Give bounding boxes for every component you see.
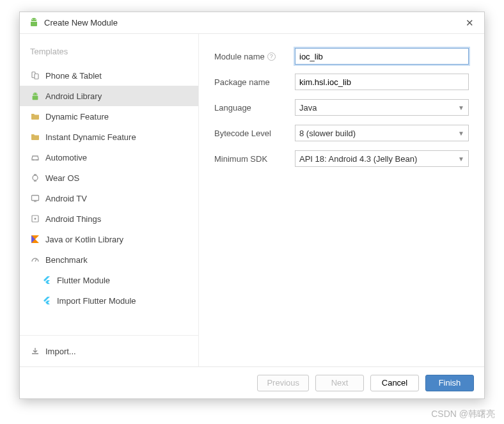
kotlin-icon: [30, 234, 40, 244]
template-item-label: Flutter Module: [57, 276, 110, 285]
flutter-icon: [42, 275, 52, 285]
bytecode-label: Bytecode Level: [214, 129, 295, 138]
flutter-icon: [42, 295, 52, 306]
module-name-label: Module name ?: [214, 52, 295, 61]
template-item-automotive[interactable]: Automotive: [20, 147, 198, 168]
template-item-label: Benchmark: [45, 255, 88, 265]
language-label: Language: [214, 103, 295, 113]
language-select[interactable]: Java ▼: [295, 99, 469, 116]
template-item-wear-os[interactable]: Wear OS: [20, 168, 198, 188]
chevron-down-icon: ▼: [458, 155, 464, 162]
svg-point-11: [35, 218, 36, 220]
min-sdk-label: Minimum SDK: [214, 154, 295, 164]
android-logo-icon: [29, 17, 39, 29]
template-item-benchmark[interactable]: Benchmark: [20, 249, 198, 270]
cancel-button[interactable]: Cancel: [370, 375, 419, 391]
folder-icon: [30, 111, 40, 122]
car-icon: [30, 152, 40, 162]
language-row: Language Java ▼: [214, 99, 469, 116]
template-item-label: Import Flutter Module: [57, 296, 136, 306]
template-item-phone-tablet[interactable]: Phone & Tablet: [20, 65, 198, 86]
min-sdk-row: Minimum SDK API 18: Android 4.3 (Jelly B…: [214, 150, 469, 167]
svg-point-4: [34, 93, 35, 94]
template-item-label: Automotive: [45, 153, 87, 162]
template-item-label: Java or Kotlin Library: [45, 235, 123, 244]
dialog-footer: Previous Next Cancel Finish: [20, 366, 484, 398]
template-item-android-tv[interactable]: Android TV: [20, 188, 198, 208]
template-item-label: Wear OS: [45, 173, 79, 183]
help-icon[interactable]: ?: [267, 52, 276, 61]
content-area: Templates Phone & TabletAndroid LibraryD…: [20, 34, 484, 366]
finish-button[interactable]: Finish: [425, 375, 474, 391]
previous-button[interactable]: Previous: [257, 375, 309, 391]
template-item-label: Dynamic Feature: [45, 112, 109, 122]
template-item-label: Phone & Tablet: [45, 71, 102, 81]
svg-point-8: [33, 175, 38, 180]
import-item[interactable]: Import...: [20, 341, 198, 361]
package-name-input[interactable]: [295, 74, 469, 90]
form-panel: Module name ? Package name Language Java…: [199, 34, 484, 366]
template-item-android-library[interactable]: Android Library: [20, 86, 198, 106]
package-name-label: Package name: [214, 77, 295, 87]
templates-heading: Templates: [20, 47, 198, 65]
svg-point-0: [32, 19, 33, 20]
template-item-java-or-kotlin-library[interactable]: Java or Kotlin Library: [20, 229, 198, 249]
bytecode-value: 8 (slower build): [299, 129, 356, 138]
watch-icon: [30, 173, 40, 183]
titlebar: Create New Module ✕: [20, 12, 484, 34]
tv-icon: [30, 193, 40, 203]
template-item-import-flutter-module[interactable]: Import Flutter Module: [20, 290, 198, 311]
svg-point-7: [36, 159, 38, 161]
min-sdk-value: API 18: Android 4.3 (Jelly Bean): [299, 154, 417, 164]
template-item-dynamic-feature[interactable]: Dynamic Feature: [20, 106, 198, 127]
module-name-row: Module name ?: [214, 48, 469, 65]
watermark: CSDN @韩曙亮: [431, 409, 495, 420]
package-name-row: Package name: [214, 74, 469, 90]
svg-point-1: [35, 19, 35, 20]
templates-sidebar: Templates Phone & TabletAndroid LibraryD…: [20, 34, 199, 366]
svg-point-6: [33, 159, 34, 161]
next-button[interactable]: Next: [315, 375, 364, 391]
folder-icon: [30, 132, 40, 142]
import-icon: [30, 346, 40, 356]
sidebar-footer: Import...: [20, 335, 198, 366]
min-sdk-select[interactable]: API 18: Android 4.3 (Jelly Bean) ▼: [295, 150, 469, 167]
template-item-label: Android Things: [45, 214, 101, 224]
create-module-dialog: Create New Module ✕ Templates Phone & Ta…: [19, 12, 485, 399]
language-value: Java: [299, 103, 317, 113]
template-list: Phone & TabletAndroid LibraryDynamic Fea…: [20, 65, 198, 335]
phone-tablet-icon: [30, 70, 40, 81]
module-name-input[interactable]: [295, 48, 469, 65]
things-icon: [30, 214, 40, 224]
template-item-label: Android Library: [45, 91, 102, 101]
close-button[interactable]: ✕: [461, 15, 478, 31]
svg-rect-9: [32, 196, 39, 201]
chevron-down-icon: ▼: [458, 104, 464, 111]
template-item-label: Android TV: [45, 194, 87, 203]
android-icon: [30, 91, 40, 101]
import-label: Import...: [45, 347, 76, 356]
svg-point-5: [36, 93, 36, 94]
gauge-icon: [30, 255, 40, 265]
svg-rect-3: [35, 74, 38, 79]
template-item-label: Instant Dynamic Feature: [45, 132, 136, 142]
template-item-flutter-module[interactable]: Flutter Module: [20, 270, 198, 290]
bytecode-select[interactable]: 8 (slower build) ▼: [295, 125, 469, 141]
dialog-title: Create New Module: [44, 18, 461, 27]
template-item-android-things[interactable]: Android Things: [20, 208, 198, 229]
chevron-down-icon: ▼: [458, 130, 464, 137]
bytecode-row: Bytecode Level 8 (slower build) ▼: [214, 125, 469, 141]
template-item-instant-dynamic-feature[interactable]: Instant Dynamic Feature: [20, 127, 198, 147]
